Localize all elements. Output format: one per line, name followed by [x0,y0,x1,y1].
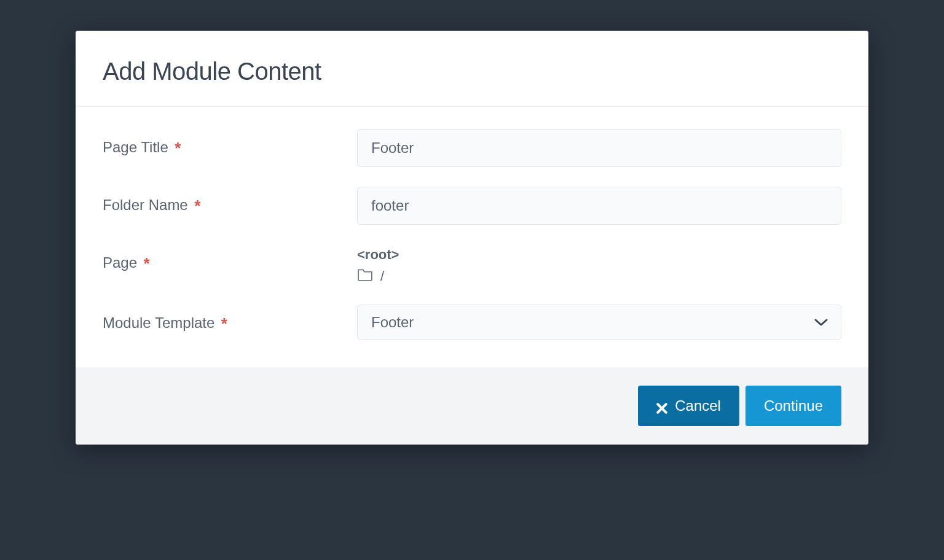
continue-button[interactable]: Continue [745,386,841,426]
form-row-page-title: Page Title * [103,129,841,167]
module-template-label: Module Template [103,314,214,331]
page-path-row[interactable]: / [357,268,841,285]
required-star-icon: * [221,314,227,333]
page-title-input[interactable] [357,129,841,167]
page-root-value: <root> [357,247,841,263]
form-row-folder-name: Folder Name * [103,187,841,225]
required-star-icon: * [175,139,181,157]
modal-body: Page Title * Folder Name * Page * [76,107,868,367]
folder-name-input[interactable] [357,187,841,225]
modal-title: Add Module Content [103,58,841,85]
page-label: Page [103,254,137,271]
continue-button-label: Continue [764,397,823,414]
required-star-icon: * [194,196,200,215]
modal-header: Add Module Content [76,31,868,107]
close-icon [656,400,667,411]
page-title-label: Page Title [103,139,168,155]
module-template-select[interactable]: Footer [357,305,841,340]
folder-icon [357,268,373,285]
cancel-button[interactable]: Cancel [638,386,739,426]
module-template-selected: Footer [371,314,414,331]
required-star-icon: * [144,254,150,273]
folder-name-label: Folder Name [103,196,188,213]
modal-footer: Cancel Continue [76,367,868,445]
page-path-text: / [380,268,384,284]
cancel-button-label: Cancel [675,397,721,414]
form-row-module-template: Module Template * Footer [103,305,841,340]
add-module-content-modal: Add Module Content Page Title * Folder N… [76,31,868,445]
form-row-page: Page * <root> / [103,244,841,285]
